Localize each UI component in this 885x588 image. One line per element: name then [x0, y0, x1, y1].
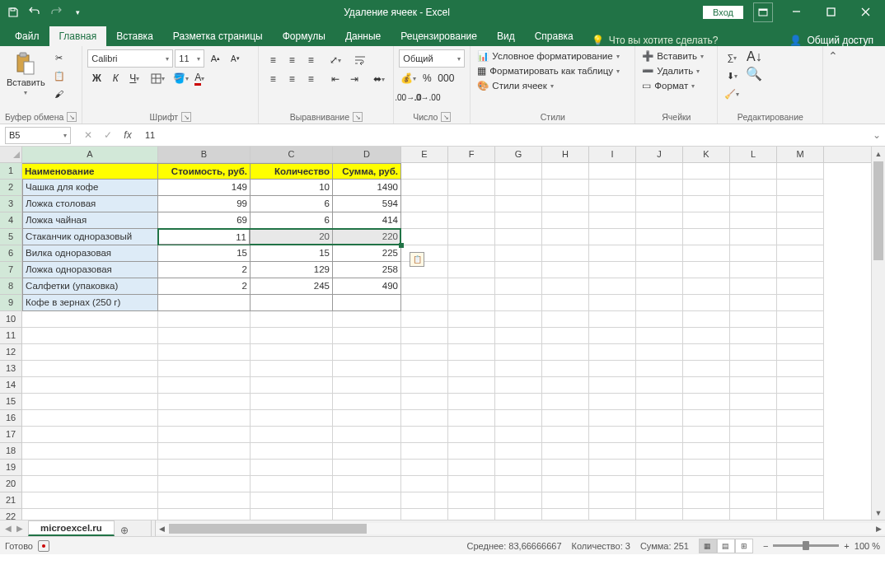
- cell[interactable]: [589, 245, 636, 262]
- cell[interactable]: [448, 295, 495, 311]
- cell[interactable]: [448, 361, 495, 377]
- align-top-button[interactable]: ≡: [264, 52, 282, 68]
- cell[interactable]: [401, 394, 448, 410]
- cell[interactable]: [448, 410, 495, 427]
- cell[interactable]: 11: [158, 229, 251, 245]
- cell[interactable]: [401, 377, 448, 394]
- cell[interactable]: [401, 361, 448, 377]
- cell[interactable]: [495, 212, 542, 229]
- cell[interactable]: [542, 311, 589, 328]
- cell[interactable]: [251, 328, 333, 344]
- cell[interactable]: [777, 163, 824, 180]
- cell[interactable]: [158, 295, 251, 311]
- fx-button[interactable]: fx: [119, 127, 137, 143]
- tab-data[interactable]: Данные: [335, 26, 391, 46]
- cell[interactable]: [683, 394, 730, 410]
- cell[interactable]: [589, 344, 636, 361]
- cell[interactable]: [22, 476, 158, 492]
- cell[interactable]: [401, 278, 448, 295]
- cell[interactable]: 1490: [333, 180, 401, 196]
- cell[interactable]: [333, 377, 401, 394]
- cell[interactable]: [589, 377, 636, 394]
- cell[interactable]: [495, 361, 542, 377]
- cell[interactable]: Салфетки (упаковка): [22, 278, 158, 295]
- cell[interactable]: [22, 492, 158, 509]
- cell[interactable]: [589, 278, 636, 295]
- cell[interactable]: [589, 212, 636, 229]
- cell[interactable]: [333, 394, 401, 410]
- cell[interactable]: [495, 262, 542, 278]
- cell[interactable]: [251, 361, 333, 377]
- cell[interactable]: [495, 163, 542, 180]
- horizontal-scrollbar[interactable]: ◀ ▶: [156, 523, 885, 534]
- tell-me-box[interactable]: 💡 Что вы хотите сделать?: [592, 35, 719, 46]
- cell[interactable]: [448, 344, 495, 361]
- cell[interactable]: [730, 180, 777, 196]
- redo-icon[interactable]: [46, 2, 66, 22]
- cell[interactable]: [777, 344, 824, 361]
- cell[interactable]: [333, 427, 401, 443]
- cell[interactable]: [542, 196, 589, 212]
- cell[interactable]: [495, 410, 542, 427]
- cell[interactable]: [777, 278, 824, 295]
- cell[interactable]: [542, 410, 589, 427]
- cell[interactable]: [777, 262, 824, 278]
- cell[interactable]: [777, 295, 824, 311]
- macro-record-icon[interactable]: [38, 540, 49, 552]
- dialog-launcher-icon[interactable]: ↘: [353, 112, 363, 122]
- col-header-E[interactable]: E: [401, 147, 448, 162]
- row-header-20[interactable]: 20: [0, 476, 22, 492]
- cell[interactable]: [401, 180, 448, 196]
- conditional-formatting-button[interactable]: 📊Условное форматирование▾: [475, 49, 630, 63]
- cell[interactable]: [158, 361, 251, 377]
- fill-button[interactable]: ⬇▾: [723, 68, 741, 84]
- hscroll-thumb[interactable]: [169, 524, 367, 534]
- share-button[interactable]: 👤 Общий доступ: [789, 35, 880, 46]
- cell[interactable]: [448, 278, 495, 295]
- scroll-right-button[interactable]: ▶: [872, 523, 885, 534]
- cell[interactable]: [158, 427, 251, 443]
- cut-button[interactable]: ✂: [50, 49, 68, 66]
- name-box[interactable]: B5▾: [5, 127, 71, 144]
- sheet-next-button[interactable]: ▶: [16, 524, 23, 533]
- col-header-I[interactable]: I: [589, 147, 636, 162]
- cell[interactable]: Ложка столовая: [22, 196, 158, 212]
- cell[interactable]: [730, 229, 777, 245]
- cell[interactable]: [730, 328, 777, 344]
- cell[interactable]: 149: [158, 180, 251, 196]
- cell[interactable]: 69: [158, 212, 251, 229]
- cell[interactable]: [251, 492, 333, 509]
- cell[interactable]: 129: [251, 262, 333, 278]
- cell[interactable]: [495, 278, 542, 295]
- tab-layout[interactable]: Разметка страницы: [163, 26, 273, 46]
- cell[interactable]: [401, 163, 448, 180]
- cell[interactable]: [158, 377, 251, 394]
- cell[interactable]: [730, 410, 777, 427]
- cell[interactable]: [542, 509, 589, 520]
- cell[interactable]: [251, 460, 333, 476]
- cell[interactable]: [448, 328, 495, 344]
- cell[interactable]: [683, 180, 730, 196]
- cell[interactable]: [636, 377, 683, 394]
- row-header-22[interactable]: 22: [0, 509, 22, 520]
- expand-formula-button[interactable]: ⌄: [869, 129, 885, 141]
- cell[interactable]: [777, 509, 824, 520]
- qat-customize-icon[interactable]: ▾: [68, 2, 87, 22]
- cell[interactable]: [730, 394, 777, 410]
- align-bottom-button[interactable]: ≡: [302, 52, 320, 68]
- cell[interactable]: [22, 344, 158, 361]
- fill-color-button[interactable]: 🪣▾: [171, 70, 190, 86]
- cell[interactable]: [401, 262, 448, 278]
- close-button[interactable]: [849, 0, 882, 24]
- cell[interactable]: [495, 196, 542, 212]
- vscroll-thumb[interactable]: [873, 161, 883, 260]
- cell[interactable]: 220: [333, 229, 401, 245]
- cell[interactable]: Сумма, руб.: [333, 163, 401, 180]
- cell[interactable]: Наименование: [22, 163, 158, 180]
- row-header-1[interactable]: 1: [0, 163, 22, 180]
- cell[interactable]: [333, 492, 401, 509]
- grow-font-button[interactable]: A▴: [206, 50, 224, 67]
- shrink-font-button[interactable]: A▾: [226, 50, 244, 67]
- cell[interactable]: [683, 509, 730, 520]
- cell[interactable]: [448, 196, 495, 212]
